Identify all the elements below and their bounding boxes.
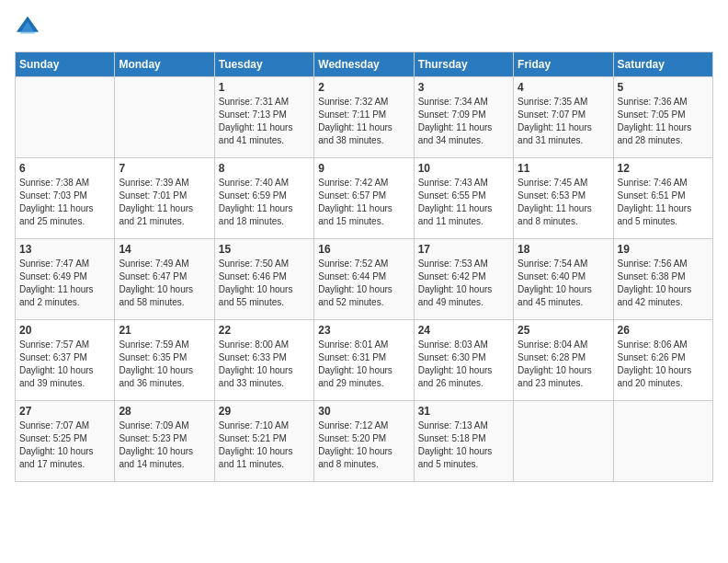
logo-icon xyxy=(15,15,40,40)
calendar-cell: 17Sunrise: 7:53 AMSunset: 6:42 PMDayligh… xyxy=(414,239,513,320)
calendar-cell: 26Sunrise: 8:06 AMSunset: 6:26 PMDayligh… xyxy=(613,320,712,401)
calendar-cell: 6Sunrise: 7:38 AMSunset: 7:03 PMDaylight… xyxy=(16,158,115,239)
day-info: Sunrise: 7:46 AMSunset: 6:51 PMDaylight:… xyxy=(618,177,709,228)
day-info: Sunrise: 7:35 AMSunset: 7:07 PMDaylight:… xyxy=(518,96,609,147)
day-number: 30 xyxy=(318,405,409,418)
calendar-cell: 7Sunrise: 7:39 AMSunset: 7:01 PMDaylight… xyxy=(115,158,214,239)
day-info: Sunrise: 7:38 AMSunset: 7:03 PMDaylight:… xyxy=(19,177,110,228)
day-number: 31 xyxy=(418,405,509,418)
day-info: Sunrise: 7:43 AMSunset: 6:55 PMDaylight:… xyxy=(418,177,509,228)
calendar-cell xyxy=(115,77,214,158)
day-info: Sunrise: 8:03 AMSunset: 6:30 PMDaylight:… xyxy=(418,339,509,390)
calendar-cell: 2Sunrise: 7:32 AMSunset: 7:11 PMDaylight… xyxy=(314,77,414,158)
day-info: Sunrise: 8:06 AMSunset: 6:26 PMDaylight:… xyxy=(618,339,709,390)
week-row-4: 20Sunrise: 7:57 AMSunset: 6:37 PMDayligh… xyxy=(16,320,713,401)
day-number: 20 xyxy=(19,324,110,337)
day-number: 15 xyxy=(219,243,310,256)
day-info: Sunrise: 7:59 AMSunset: 6:35 PMDaylight:… xyxy=(119,339,210,390)
day-number: 17 xyxy=(418,243,509,256)
day-header-sunday: Sunday xyxy=(16,52,115,77)
day-number: 23 xyxy=(318,324,409,337)
day-header-tuesday: Tuesday xyxy=(214,52,313,77)
calendar-cell: 21Sunrise: 7:59 AMSunset: 6:35 PMDayligh… xyxy=(115,320,214,401)
calendar-cell xyxy=(514,401,613,482)
day-info: Sunrise: 7:49 AMSunset: 6:47 PMDaylight:… xyxy=(119,258,210,309)
day-info: Sunrise: 7:13 AMSunset: 5:18 PMDaylight:… xyxy=(418,419,509,471)
day-info: Sunrise: 7:42 AMSunset: 6:57 PMDaylight:… xyxy=(318,177,409,228)
day-info: Sunrise: 8:04 AMSunset: 6:28 PMDaylight:… xyxy=(518,339,609,390)
day-header-friday: Friday xyxy=(514,52,613,77)
day-info: Sunrise: 7:53 AMSunset: 6:42 PMDaylight:… xyxy=(418,258,509,309)
calendar-cell: 28Sunrise: 7:09 AMSunset: 5:23 PMDayligh… xyxy=(115,401,214,482)
day-info: Sunrise: 8:00 AMSunset: 6:33 PMDaylight:… xyxy=(219,339,310,390)
day-header-saturday: Saturday xyxy=(613,52,712,77)
calendar-cell: 9Sunrise: 7:42 AMSunset: 6:57 PMDaylight… xyxy=(314,158,414,239)
day-number: 26 xyxy=(618,324,709,337)
day-number: 22 xyxy=(219,324,310,337)
day-info: Sunrise: 7:47 AMSunset: 6:49 PMDaylight:… xyxy=(19,258,110,309)
calendar-cell: 10Sunrise: 7:43 AMSunset: 6:55 PMDayligh… xyxy=(414,158,513,239)
day-info: Sunrise: 7:32 AMSunset: 7:11 PMDaylight:… xyxy=(318,96,409,147)
day-info: Sunrise: 8:01 AMSunset: 6:31 PMDaylight:… xyxy=(318,339,409,390)
day-info: Sunrise: 7:54 AMSunset: 6:40 PMDaylight:… xyxy=(518,258,609,309)
day-number: 4 xyxy=(518,81,609,94)
logo xyxy=(15,15,44,40)
day-header-wednesday: Wednesday xyxy=(314,52,414,77)
calendar-cell: 1Sunrise: 7:31 AMSunset: 7:13 PMDaylight… xyxy=(214,77,313,158)
day-number: 13 xyxy=(19,243,110,256)
day-info: Sunrise: 7:40 AMSunset: 6:59 PMDaylight:… xyxy=(219,177,310,228)
day-number: 6 xyxy=(19,162,110,175)
calendar-cell xyxy=(613,401,712,482)
calendar-cell: 12Sunrise: 7:46 AMSunset: 6:51 PMDayligh… xyxy=(613,158,712,239)
calendar-cell: 8Sunrise: 7:40 AMSunset: 6:59 PMDaylight… xyxy=(214,158,313,239)
day-number: 18 xyxy=(518,243,609,256)
calendar-cell: 24Sunrise: 8:03 AMSunset: 6:30 PMDayligh… xyxy=(414,320,513,401)
day-number: 19 xyxy=(618,243,709,256)
calendar-cell: 23Sunrise: 8:01 AMSunset: 6:31 PMDayligh… xyxy=(314,320,414,401)
day-number: 14 xyxy=(119,243,210,256)
day-number: 24 xyxy=(418,324,509,337)
day-number: 27 xyxy=(19,405,110,418)
week-row-1: 1Sunrise: 7:31 AMSunset: 7:13 PMDaylight… xyxy=(16,77,713,158)
day-number: 28 xyxy=(119,405,210,418)
day-number: 21 xyxy=(119,324,210,337)
day-header-thursday: Thursday xyxy=(414,52,513,77)
day-number: 12 xyxy=(618,162,709,175)
calendar-cell: 29Sunrise: 7:10 AMSunset: 5:21 PMDayligh… xyxy=(214,401,313,482)
page-header xyxy=(15,15,713,40)
calendar-cell: 14Sunrise: 7:49 AMSunset: 6:47 PMDayligh… xyxy=(115,239,214,320)
calendar-cell: 22Sunrise: 8:00 AMSunset: 6:33 PMDayligh… xyxy=(214,320,313,401)
calendar-cell: 25Sunrise: 8:04 AMSunset: 6:28 PMDayligh… xyxy=(514,320,613,401)
day-number: 3 xyxy=(418,81,509,94)
calendar-cell: 5Sunrise: 7:36 AMSunset: 7:05 PMDaylight… xyxy=(613,77,712,158)
day-info: Sunrise: 7:57 AMSunset: 6:37 PMDaylight:… xyxy=(19,339,110,390)
week-row-5: 27Sunrise: 7:07 AMSunset: 5:25 PMDayligh… xyxy=(16,401,713,482)
calendar-cell: 16Sunrise: 7:52 AMSunset: 6:44 PMDayligh… xyxy=(314,239,414,320)
day-number: 8 xyxy=(219,162,310,175)
day-number: 5 xyxy=(618,81,709,94)
day-number: 25 xyxy=(518,324,609,337)
calendar-cell: 27Sunrise: 7:07 AMSunset: 5:25 PMDayligh… xyxy=(16,401,115,482)
day-number: 16 xyxy=(318,243,409,256)
day-header-monday: Monday xyxy=(115,52,214,77)
day-number: 10 xyxy=(418,162,509,175)
calendar-cell: 3Sunrise: 7:34 AMSunset: 7:09 PMDaylight… xyxy=(414,77,513,158)
day-info: Sunrise: 7:09 AMSunset: 5:23 PMDaylight:… xyxy=(119,419,210,471)
calendar-cell: 4Sunrise: 7:35 AMSunset: 7:07 PMDaylight… xyxy=(514,77,613,158)
day-info: Sunrise: 7:39 AMSunset: 7:01 PMDaylight:… xyxy=(119,177,210,228)
calendar-cell: 20Sunrise: 7:57 AMSunset: 6:37 PMDayligh… xyxy=(16,320,115,401)
calendar-cell: 11Sunrise: 7:45 AMSunset: 6:53 PMDayligh… xyxy=(514,158,613,239)
day-info: Sunrise: 7:36 AMSunset: 7:05 PMDaylight:… xyxy=(618,96,709,147)
day-info: Sunrise: 7:10 AMSunset: 5:21 PMDaylight:… xyxy=(219,419,310,471)
day-info: Sunrise: 7:50 AMSunset: 6:46 PMDaylight:… xyxy=(219,258,310,309)
calendar-cell: 15Sunrise: 7:50 AMSunset: 6:46 PMDayligh… xyxy=(214,239,313,320)
header-row: SundayMondayTuesdayWednesdayThursdayFrid… xyxy=(16,52,713,77)
day-info: Sunrise: 7:12 AMSunset: 5:20 PMDaylight:… xyxy=(318,419,409,471)
week-row-2: 6Sunrise: 7:38 AMSunset: 7:03 PMDaylight… xyxy=(16,158,713,239)
day-info: Sunrise: 7:56 AMSunset: 6:38 PMDaylight:… xyxy=(618,258,709,309)
day-info: Sunrise: 7:31 AMSunset: 7:13 PMDaylight:… xyxy=(219,96,310,147)
day-info: Sunrise: 7:45 AMSunset: 6:53 PMDaylight:… xyxy=(518,177,609,228)
calendar-cell xyxy=(16,77,115,158)
day-number: 7 xyxy=(119,162,210,175)
week-row-3: 13Sunrise: 7:47 AMSunset: 6:49 PMDayligh… xyxy=(16,239,713,320)
